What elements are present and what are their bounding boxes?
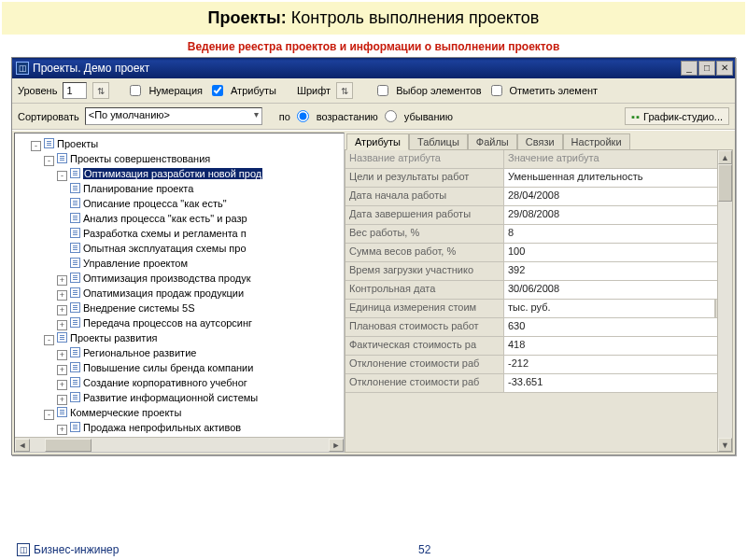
mark-element-label: Отметить элемент — [510, 85, 599, 96]
level-input[interactable] — [63, 82, 87, 99]
titlebar[interactable]: ◫ Проекты. Демо проект _ □ ✕ — [12, 58, 735, 78]
scroll-down-icon[interactable]: ▼ — [718, 438, 732, 452]
tree-group[interactable]: -Проекты совершенствования — [18, 151, 344, 166]
tab-settings[interactable]: Настройки — [563, 133, 630, 150]
slide-title-bold: Проекты: — [208, 8, 287, 27]
attr-row[interactable]: Контрольная дата30/06/2008 — [345, 281, 732, 300]
graph-studio-icon: ▪▪ — [631, 111, 641, 122]
tab-tables[interactable]: Таблицы — [409, 133, 468, 150]
minimize-button[interactable]: _ — [681, 61, 698, 76]
attr-row[interactable]: Единица измерения стоимтыс. руб.… — [345, 300, 732, 318]
attr-vscrollbar[interactable]: ▲ ▼ — [717, 150, 732, 452]
attr-row[interactable]: Дата начала работы28/04/2008 — [345, 188, 732, 206]
tree-item[interactable]: Опытная эксплуатация схемы про — [18, 241, 344, 256]
tree-item-selected[interactable]: -Оптимизация разработки новой прод — [18, 166, 344, 181]
desc-radio[interactable] — [385, 110, 397, 122]
scroll-thumb[interactable] — [718, 164, 732, 202]
tree-item[interactable]: Описание процесса "как есть" — [18, 196, 344, 211]
select-elements-checkbox[interactable] — [377, 85, 388, 96]
desc-label: убыванию — [404, 111, 453, 122]
graph-studio-button[interactable]: ▪▪ График-студио... — [625, 107, 729, 125]
toolbar-sort: Сортировать <По умолчанию> по возрастани… — [12, 104, 735, 130]
slide-subtitle: Ведение реестра проектов и информации о … — [0, 40, 747, 53]
tree-item[interactable]: +Повышение силы бренда компании — [18, 360, 344, 375]
brand-label: Бизнес-инжинер — [34, 543, 119, 556]
right-pane: Атрибуты Таблицы Файлы Связи Настройки Н… — [345, 133, 733, 453]
attribute-table: Название атрибута Значение атрибута Цели… — [345, 149, 733, 453]
attr-row[interactable]: Дата завершения работы29/08/2008 — [345, 206, 732, 225]
tree-item[interactable]: +Региональное развитие — [18, 345, 344, 360]
attr-row[interactable]: Время загрузки участнико392 — [345, 262, 732, 281]
tree-item[interactable]: Анализ процесса "как есть" и разр — [18, 211, 344, 226]
attr-row[interactable]: Плановая стоимость работ630 — [345, 318, 732, 337]
level-stepper-icon[interactable]: ⇅ — [92, 82, 109, 99]
scroll-thumb[interactable] — [45, 439, 92, 452]
tab-bar: Атрибуты Таблицы Файлы Связи Настройки — [345, 133, 733, 149]
tree-item[interactable]: Планирование проекта — [18, 181, 344, 196]
numbering-checkbox[interactable] — [130, 85, 141, 96]
scroll-right-icon[interactable]: ► — [329, 439, 344, 452]
tree-group[interactable]: -Коммерческие проекты — [18, 405, 344, 420]
numbering-label: Нумерация — [148, 85, 203, 96]
attributes-label: Атрибуты — [231, 85, 276, 96]
tree-item[interactable]: +Передача процессов на аутсорсинг — [18, 315, 344, 330]
tree-item[interactable]: +Оптимизация производства продук — [18, 271, 344, 286]
sort-value: <По умолчанию> — [89, 109, 170, 120]
brand-icon: ◫ — [17, 543, 30, 556]
sort-label: Сортировать — [18, 111, 79, 122]
select-elements-label: Выбор элементов — [396, 85, 481, 96]
app-icon: ◫ — [16, 62, 29, 75]
scroll-left-icon[interactable]: ◄ — [15, 439, 30, 452]
attr-header-row: Название атрибута Значение атрибута — [345, 150, 732, 169]
maximize-button[interactable]: □ — [698, 61, 715, 76]
by-label: по — [279, 111, 290, 122]
content-area: -Проекты -Проекты совершенствования -Опт… — [12, 130, 735, 455]
scroll-up-icon[interactable]: ▲ — [718, 150, 732, 164]
attributes-checkbox[interactable] — [212, 85, 223, 96]
app-window: ◫ Проекты. Демо проект _ □ ✕ Уровень ⇅ Н… — [11, 57, 736, 455]
attr-row[interactable]: Сумма весов работ, %100 — [345, 244, 732, 262]
attr-row[interactable]: Отклонение стоимости раб-33.651 — [345, 374, 732, 393]
window-title: Проекты. Демо проект — [33, 62, 149, 75]
close-button[interactable]: ✕ — [716, 61, 733, 76]
attr-row[interactable]: Цели и результаты работУменьшенная длите… — [345, 169, 732, 188]
sort-select[interactable]: <По умолчанию> — [85, 107, 262, 125]
mark-element-checkbox[interactable] — [491, 85, 502, 96]
tree-hscrollbar[interactable]: ◄ ► — [15, 437, 344, 452]
attr-header-value: Значение атрибута — [504, 150, 732, 169]
tab-links[interactable]: Связи — [517, 133, 563, 150]
attr-row[interactable]: Вес работы, %8 — [345, 225, 732, 244]
tree-group[interactable]: -Проекты развития — [18, 330, 344, 345]
asc-label: возрастанию — [317, 111, 378, 122]
page-number: 52 — [418, 543, 430, 556]
tree-item[interactable]: +Развитие информационной системы — [18, 390, 344, 405]
attr-row[interactable]: Отклонение стоимости раб-212 — [345, 356, 732, 374]
tree-item[interactable]: Разработка схемы и регламента п — [18, 226, 344, 241]
font-button-icon[interactable]: ⇅ — [336, 82, 353, 99]
tree-item[interactable]: +Создание корпоративного учебног — [18, 375, 344, 390]
tree-root[interactable]: -Проекты — [18, 136, 344, 151]
level-label: Уровень — [18, 85, 57, 96]
slide-title: Проекты: Контроль выполнения проектов — [2, 2, 745, 35]
font-label: Шрифт — [297, 85, 331, 96]
slide-title-rest: Контроль выполнения проектов — [287, 8, 540, 27]
attr-row[interactable]: Фактическая стоимость ра418 — [345, 337, 732, 356]
tree-item[interactable]: +Опатимизация продаж продукции — [18, 286, 344, 301]
tree-item[interactable]: +Внедрение системы 5S — [18, 301, 344, 315]
toolbar-top: Уровень ⇅ Нумерация Атрибуты Шрифт ⇅ Выб… — [12, 78, 735, 104]
asc-radio[interactable] — [297, 110, 309, 122]
tree-item[interactable]: Управление проектом — [18, 256, 344, 271]
tab-files[interactable]: Файлы — [468, 133, 517, 150]
slide-footer: ◫ Бизнес-инжинер 52 — [0, 543, 747, 556]
tab-attributes[interactable]: Атрибуты — [346, 133, 409, 150]
attr-header-name: Название атрибута — [345, 150, 504, 169]
project-tree[interactable]: -Проекты -Проекты совершенствования -Опт… — [15, 133, 344, 435]
tree-item[interactable]: +Продажа непрофильных активов — [18, 420, 344, 435]
graph-studio-label: График-студио... — [643, 111, 723, 122]
tree-pane: -Проекты -Проекты совершенствования -Опт… — [14, 133, 345, 453]
